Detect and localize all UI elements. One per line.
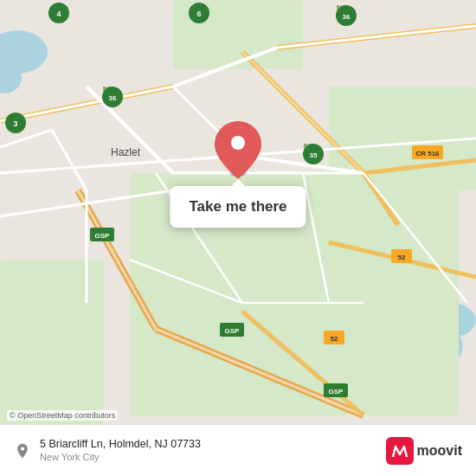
- svg-text:GSP: GSP: [95, 232, 111, 240]
- osm-attribution: © OpenStreetMap contributors: [7, 410, 118, 421]
- svg-text:52: 52: [331, 335, 338, 343]
- svg-text:4: 4: [56, 10, 61, 18]
- svg-text:NJ: NJ: [103, 86, 111, 92]
- svg-rect-7: [329, 87, 476, 190]
- address-line: 5 Briarcliff Ln, Holmdel, NJ 07733: [40, 437, 377, 451]
- svg-text:3: 3: [13, 119, 17, 128]
- take-me-there-button[interactable]: Take me there: [170, 186, 306, 228]
- svg-text:GSP: GSP: [225, 327, 241, 335]
- location-icon: [14, 442, 31, 460]
- svg-text:GSP: GSP: [329, 388, 344, 396]
- svg-text:Hazlet: Hazlet: [111, 146, 141, 158]
- moovit-icon: [386, 437, 414, 465]
- moovit-label: moovit: [417, 443, 462, 459]
- moovit-logo: moovit: [386, 437, 462, 465]
- svg-text:36: 36: [109, 94, 117, 102]
- svg-text:6: 6: [196, 10, 201, 18]
- address-block: 5 Briarcliff Ln, Holmdel, NJ 07733 New Y…: [40, 437, 377, 464]
- svg-text:36: 36: [343, 13, 351, 21]
- svg-text:CR 516: CR 516: [415, 150, 440, 158]
- svg-rect-6: [0, 260, 104, 424]
- svg-text:NJ: NJ: [304, 143, 312, 149]
- map-container: 36 NJ 36 NJ 35 NJ 4 6 3 CR 516 52 52 GSP…: [0, 0, 476, 424]
- svg-text:52: 52: [398, 254, 406, 261]
- bottom-bar: 5 Briarcliff Ln, Holmdel, NJ 07733 New Y…: [0, 424, 476, 476]
- svg-point-69: [231, 136, 245, 150]
- svg-text:NJ: NJ: [337, 4, 344, 10]
- svg-text:35: 35: [310, 151, 318, 159]
- city-line: New York City: [40, 451, 377, 463]
